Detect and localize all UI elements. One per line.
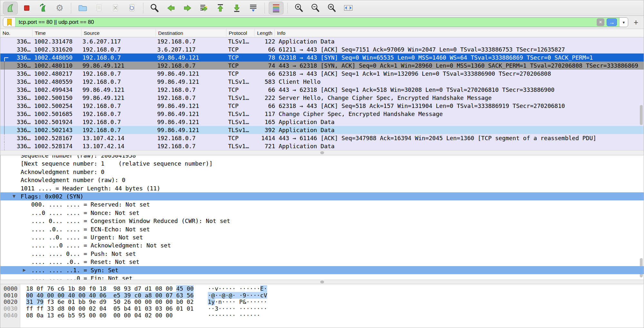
detail-line[interactable]: Acknowledgment number (raw): 0: [0, 176, 644, 184]
hex-row[interactable]: 0030ff ff 33 d8 00 00 02 04 05 b4 01 03 …: [0, 305, 644, 312]
column-header-source[interactable]: Source: [81, 29, 156, 37]
zoom-out-button[interactable]: [308, 2, 323, 14]
filter-apply-button[interactable]: →: [607, 18, 617, 26]
packet-cell-protocol: TLSv1…: [228, 94, 254, 102]
hex-offset: 0040: [4, 312, 17, 319]
open-file-button[interactable]: [75, 2, 90, 14]
toolbar-separator: [264, 3, 265, 13]
zoom-in-button[interactable]: [292, 2, 306, 14]
packet-row[interactable]: 336…1002.502143192.168.0.799.86.49.121TL…: [0, 126, 644, 134]
colorize-button[interactable]: [269, 2, 284, 14]
packet-row[interactable]: 336…1002.49943499.86.49.121192.168.0.7TC…: [0, 86, 644, 94]
packet-row[interactable]: 336…1002.480217192.168.0.799.86.49.121TC…: [0, 70, 644, 78]
detail-line[interactable]: ▼Flags: 0x002 (SYN): [0, 192, 644, 200]
hex-row[interactable]: 001000 40 00 00 40 00 40 06 e5 39 c0 a8 …: [0, 292, 644, 299]
packet-cell-info: 443 → 62318 [ACK] Seq=1 Ack=518 Win=3020…: [279, 86, 644, 94]
stop-capture-button[interactable]: [19, 2, 34, 14]
packet-row[interactable]: 336…1002.52817413.107.42.14192.168.0.7TL…: [0, 142, 644, 150]
zoom-reset-button[interactable]: [324, 2, 339, 14]
packet-row[interactable]: 336…1002.448050192.168.0.799.86.49.121TC…: [0, 53, 644, 62]
column-header-no[interactable]: No.: [0, 29, 32, 37]
splitter-handle-dot[interactable]: [320, 151, 324, 154]
filter-clear-button[interactable]: ×: [597, 18, 604, 26]
detail-line[interactable]: .... ..0. .... = Urgent: Not set: [0, 233, 644, 241]
magnifier-icon: [149, 3, 160, 13]
packet-row[interactable]: 336…1002.50015099.86.49.121192.168.0.7TL…: [0, 94, 644, 102]
start-capture-button[interactable]: [3, 2, 18, 14]
go-to-packet-button[interactable]: [197, 2, 211, 14]
packet-row[interactable]: 336…1002.52816713.107.42.14192.168.0.7TC…: [0, 134, 644, 142]
hex-row[interactable]: 000018 0f 76 c6 1b 80 f0 18 98 93 d7 d1 …: [0, 285, 644, 292]
column-header-destination[interactable]: Destination: [156, 29, 226, 37]
go-to-bottom-button[interactable]: [229, 2, 244, 14]
detail-line[interactable]: .... .0.. .... = ECN-Echo: Not set: [0, 225, 644, 233]
detail-line[interactable]: Acknowledgment number: 0: [0, 168, 644, 176]
packet-cell-source: 3.6.207.117: [82, 37, 155, 45]
packet-cell-destination: 99.86.49.121: [157, 126, 226, 134]
display-filter-input[interactable]: tcp.port == 80 || udp.port == 80: [15, 19, 597, 25]
go-to-top-button[interactable]: [213, 2, 228, 14]
packet-row[interactable]: 336…1002.501924192.168.0.799.86.49.121TL…: [0, 118, 644, 126]
splitter-handle-dot[interactable]: [320, 281, 324, 284]
go-back-button[interactable]: [164, 2, 178, 14]
detail-line[interactable]: .... .... 0... = Push: Not set: [0, 250, 644, 258]
filter-bookmark-button[interactable]: [3, 18, 15, 27]
packet-cell-source: 13.107.42.14: [82, 134, 155, 142]
detail-line[interactable]: 1011 .... = Header Length: 44 bytes (11): [0, 184, 644, 192]
packet-cell-destination: 192.168.0.7: [157, 134, 226, 142]
detail-line[interactable]: Sequence number (raw): 2005041958: [0, 155, 644, 159]
find-packet-button[interactable]: [147, 2, 162, 14]
packet-cell-protocol: TCP: [228, 70, 254, 78]
packet-cell-length: 66: [255, 70, 275, 78]
zoom-out-icon: [310, 3, 321, 13]
auto-scroll-button[interactable]: [246, 2, 261, 14]
auto-scroll-icon: [248, 3, 258, 13]
pane-splitter-lower[interactable]: [0, 280, 644, 284]
column-header-time[interactable]: Time: [32, 29, 81, 37]
go-forward-button[interactable]: [180, 2, 195, 14]
save-file-button[interactable]: [91, 2, 106, 14]
packet-cell-protocol: TLSv1…: [228, 37, 254, 45]
detail-line[interactable]: .... ...0 .... = Acknowledgment: Not set: [0, 241, 644, 249]
filter-add-button[interactable]: +: [632, 18, 640, 27]
chevron-expanded-icon[interactable]: ▼: [13, 192, 15, 200]
close-file-button[interactable]: [108, 2, 123, 14]
filter-dropdown-button[interactable]: ▾: [619, 18, 628, 27]
pane-splitter-upper[interactable]: [0, 150, 644, 155]
restart-fin-icon: [38, 3, 48, 13]
hex-segment: ff ff 33 d8 00 00 02 04 05 b4 01 03 03 0…: [26, 305, 194, 312]
hex-bytes: 31 79 f3 6e 01 bb 9e d9 50 26 00 00 00 0…: [26, 298, 194, 305]
packet-list-scrollbar-thumb[interactable]: [640, 105, 643, 125]
resize-columns-button[interactable]: [341, 2, 356, 14]
packet-cell-source: 99.86.49.121: [82, 62, 155, 70]
hex-row[interactable]: 002031 79 f3 6e 01 bb 9e d9 50 26 00 00 …: [0, 298, 644, 305]
packet-cell-info: 61211 → 443 [ACK] Seq=7151 Ack=97069 Win…: [279, 45, 644, 53]
conversation-line-mark: [4, 126, 5, 134]
packet-row[interactable]: 336…1002.500254192.168.0.799.86.49.121TC…: [0, 102, 644, 110]
packet-cell-time: 1002.499434: [34, 86, 81, 94]
detail-line[interactable]: ▶.... .... ..1. = Syn: Set: [0, 266, 644, 274]
packet-cell-length: 122: [255, 37, 275, 45]
packet-row[interactable]: 336…1002.48011099.86.49.121192.168.0.7TC…: [0, 62, 644, 70]
packet-row[interactable]: 336…1002.480559192.168.0.799.86.49.121TL…: [0, 78, 644, 86]
hex-row[interactable]: 004008 0a 13 e6 b5 95 00 00 00 00 04 02 …: [0, 312, 644, 319]
column-header-length[interactable]: Length: [255, 29, 274, 37]
capture-options-button[interactable]: ⚙: [52, 2, 67, 14]
detail-line[interactable]: ...0 .... .... = Nonce: Not set: [0, 209, 644, 217]
restart-capture-button[interactable]: [36, 2, 51, 14]
reload-file-button[interactable]: [124, 2, 139, 14]
display-filter-field[interactable]: tcp.port == 80 || udp.port == 80 × → ▾: [3, 17, 628, 27]
detail-line[interactable]: 000. .... .... = Reserved: Not set: [0, 200, 644, 208]
detail-line[interactable]: .... 0... .... = Congestion Window Reduc…: [0, 217, 644, 225]
packet-cell-destination: 192.168.0.7: [157, 37, 226, 45]
packet-row[interactable]: 336…1002.501685192.168.0.799.86.49.121TL…: [0, 110, 644, 118]
column-header-protocol[interactable]: Protocol: [226, 29, 255, 37]
detail-line[interactable]: .... .... .0.. = Reset: Not set: [0, 258, 644, 266]
chevron-collapsed-icon[interactable]: ▶: [23, 266, 26, 274]
detail-line[interactable]: [Next sequence number: 1 (relative seque…: [0, 159, 644, 168]
detail-line[interactable]: .... .... ...0 = Fin: Not set: [0, 274, 644, 280]
column-header-info[interactable]: Info: [274, 29, 644, 37]
packet-row[interactable]: 336…1002.331620192.168.0.73.6.207.117TCP…: [0, 45, 644, 53]
packet-row[interactable]: 336…1002.3314783.6.207.117192.168.0.7TLS…: [0, 37, 644, 45]
packet-cell-time: 1002.448050: [34, 53, 81, 62]
